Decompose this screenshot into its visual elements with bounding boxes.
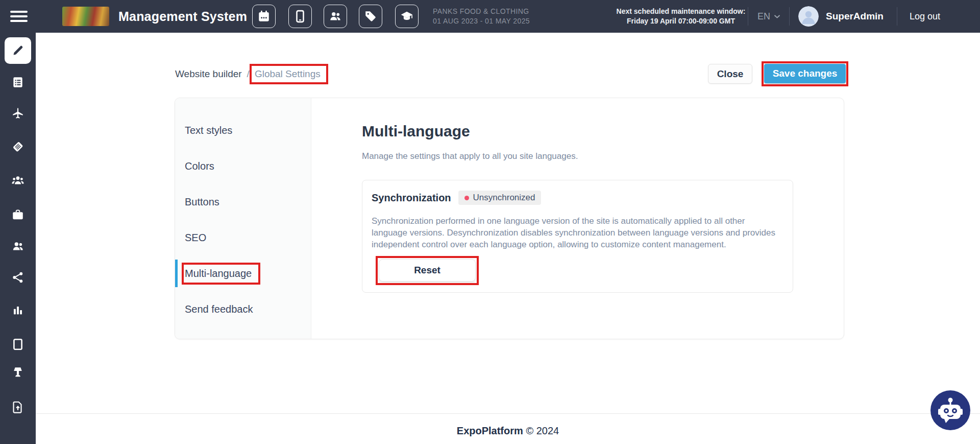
sidebar-item-uploads[interactable]	[0, 401, 36, 414]
reset-button[interactable]: Reset	[379, 259, 476, 282]
tablet-icon	[11, 338, 24, 351]
attendees-icon	[329, 10, 342, 23]
footer-copyright: © 2024	[526, 425, 559, 436]
file-upload-icon	[11, 401, 24, 414]
maintenance-notice: Next scheduled maintenance window: Frida…	[617, 7, 746, 26]
status-dot-icon	[464, 196, 469, 200]
group-icon	[11, 174, 24, 187]
briefcase-icon	[11, 208, 24, 221]
mobile-app-button[interactable]	[288, 5, 312, 28]
chevron-down-icon	[774, 14, 780, 18]
header-divider	[789, 7, 790, 26]
stand-icon	[11, 365, 24, 379]
sidebar-item-stands[interactable]	[0, 365, 36, 379]
people-icon	[11, 240, 24, 253]
avatar[interactable]	[798, 6, 819, 27]
sidebar-item-website-builder[interactable]	[5, 37, 31, 64]
page-subtitle: Manage the settings that apply to all yo…	[362, 151, 578, 161]
left-sidebar	[0, 33, 36, 444]
language-label: EN	[757, 11, 770, 22]
header-divider	[748, 7, 748, 26]
event-info: PANKS FOOD & CLOTHING 01 AUG 2023 - 01 M…	[433, 7, 530, 26]
tag-icon	[364, 10, 377, 23]
handshake-icon	[11, 140, 24, 153]
global-settings-card: Text styles Colors Buttons SEO Multi-lan…	[175, 98, 844, 339]
settings-menu-item-multi-language[interactable]: Multi-language	[175, 255, 311, 291]
breadcrumb-website-builder[interactable]: Website builder	[175, 68, 242, 80]
sidebar-item-mobile-app[interactable]	[0, 338, 36, 351]
hamburger-menu-icon[interactable]	[10, 11, 28, 22]
breadcrumb-separator: /	[247, 68, 250, 80]
settings-menu-item-send-feedback[interactable]: Send feedback	[175, 291, 311, 327]
mobile-icon	[293, 10, 307, 23]
app-title: Management System	[118, 9, 247, 24]
settings-menu-item-colors[interactable]: Colors	[175, 148, 311, 184]
event-name: PANKS FOOD & CLOTHING	[433, 7, 530, 16]
top-header: Management System	[0, 0, 980, 33]
attendees-button[interactable]	[324, 5, 347, 28]
settings-menu-item-buttons[interactable]: Buttons	[175, 184, 311, 220]
status-badge: Unsynchronized	[458, 191, 542, 205]
synchronization-title: Synchronization	[372, 192, 451, 204]
sidebar-item-travel[interactable]	[0, 107, 36, 120]
synchronization-section: Synchronization Unsynchronized Synchroni…	[362, 180, 793, 293]
save-changes-button[interactable]: Save changes	[764, 64, 846, 83]
main-content: Website builder / Global Settings Close …	[36, 33, 980, 444]
education-button[interactable]	[395, 5, 419, 28]
settings-menu-item-seo[interactable]: SEO	[175, 220, 311, 255]
settings-menu-item-text-styles[interactable]: Text styles	[175, 112, 311, 148]
tags-button[interactable]	[359, 5, 382, 28]
user-name[interactable]: SuperAdmin	[826, 11, 884, 22]
pencil-icon	[11, 44, 24, 57]
page-title: Multi-language	[362, 123, 470, 140]
sidebar-item-meetings[interactable]	[0, 140, 36, 153]
plane-icon	[11, 107, 24, 120]
share-icon	[11, 271, 24, 284]
breadcrumb-global-settings: Global Settings	[255, 68, 321, 79]
form-icon	[11, 76, 24, 89]
synchronization-description: Synchronization performed in one languag…	[372, 215, 783, 250]
calendar-icon	[257, 10, 271, 23]
breadcrumb: Website builder / Global Settings	[175, 68, 321, 80]
footer-brand: ExpoPlatform	[457, 425, 523, 436]
header-divider	[897, 7, 897, 26]
footer: ExpoPlatform © 2024	[36, 425, 980, 437]
chatbot-button[interactable]	[930, 390, 970, 430]
chatbot-icon	[930, 390, 970, 430]
avatar-icon	[798, 6, 819, 27]
status-label: Unsynchronized	[473, 193, 535, 203]
calendar-button[interactable]	[252, 5, 276, 28]
sidebar-item-exhibitors[interactable]	[0, 208, 36, 221]
sidebar-item-visitors[interactable]	[0, 240, 36, 253]
sidebar-item-forms[interactable]	[0, 76, 36, 89]
language-selector[interactable]: EN	[757, 11, 780, 22]
education-icon	[400, 10, 413, 23]
sidebar-item-analytics[interactable]	[0, 303, 36, 317]
close-button[interactable]: Close	[708, 64, 752, 84]
footer-divider	[36, 413, 980, 414]
logout-button[interactable]: Log out	[910, 11, 940, 22]
event-dates: 01 AUG 2023 - 01 MAY 2025	[433, 16, 530, 26]
sidebar-item-community[interactable]	[0, 174, 36, 187]
settings-menu-panel: Text styles Colors Buttons SEO Multi-lan…	[175, 98, 311, 339]
sidebar-item-networking[interactable]	[0, 271, 36, 284]
bar-chart-icon	[11, 303, 24, 317]
company-logo	[62, 7, 109, 26]
